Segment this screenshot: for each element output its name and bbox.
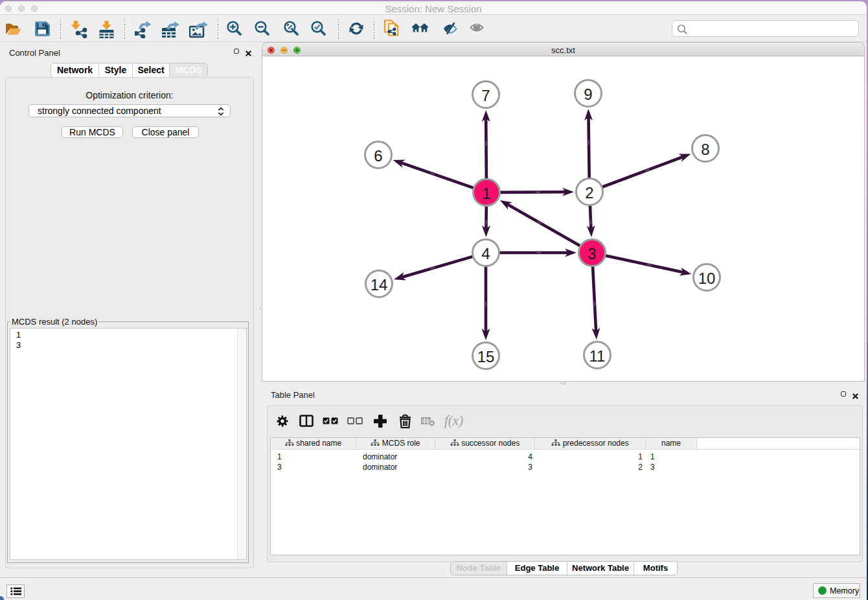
svg-text:14: 14	[371, 276, 388, 294]
svg-text:10: 10	[698, 270, 716, 287]
svg-text:11: 11	[589, 347, 606, 365]
svg-text:2: 2	[585, 184, 593, 202]
svg-text:4: 4	[481, 245, 490, 262]
svg-text:7: 7	[481, 87, 490, 104]
svg-text:8: 8	[701, 141, 709, 158]
svg-text:6: 6	[374, 147, 382, 165]
svg-text:15: 15	[477, 348, 495, 365]
svg-text:3: 3	[588, 245, 596, 262]
svg-text:1: 1	[482, 185, 490, 202]
svg-text:9: 9	[584, 86, 592, 103]
